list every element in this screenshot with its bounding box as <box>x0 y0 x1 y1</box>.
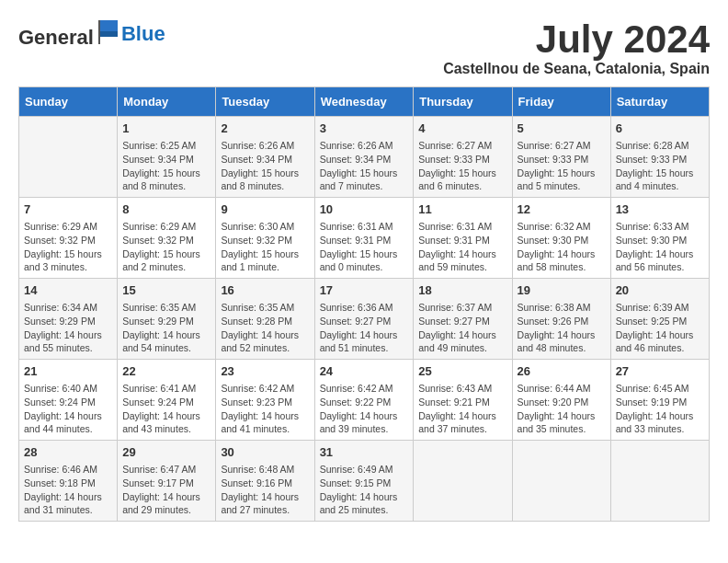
calendar-cell <box>610 440 709 521</box>
column-header-saturday: Saturday <box>610 87 709 117</box>
month-year-title: July 2024 <box>443 18 710 61</box>
cell-content: Sunrise: 6:37 AM Sunset: 9:27 PM Dayligh… <box>418 301 506 355</box>
calendar-cell: 12Sunrise: 6:32 AM Sunset: 9:30 PM Dayli… <box>512 198 610 279</box>
calendar-cell: 18Sunrise: 6:37 AM Sunset: 9:27 PM Dayli… <box>414 279 512 360</box>
calendar-table: SundayMondayTuesdayWednesdayThursdayFrid… <box>18 86 710 522</box>
calendar-week-row: 1Sunrise: 6:25 AM Sunset: 9:34 PM Daylig… <box>19 117 710 198</box>
calendar-cell: 23Sunrise: 6:42 AM Sunset: 9:23 PM Dayli… <box>216 360 314 441</box>
cell-content: Sunrise: 6:31 AM Sunset: 9:31 PM Dayligh… <box>418 220 506 274</box>
calendar-cell: 31Sunrise: 6:49 AM Sunset: 9:15 PM Dayli… <box>314 440 414 521</box>
cell-content: Sunrise: 6:26 AM Sunset: 9:34 PM Dayligh… <box>320 139 409 193</box>
calendar-cell: 9Sunrise: 6:30 AM Sunset: 9:32 PM Daylig… <box>216 198 314 279</box>
calendar-cell: 14Sunrise: 6:34 AM Sunset: 9:29 PM Dayli… <box>19 279 118 360</box>
logo-flag-icon <box>96 18 121 44</box>
cell-content: Sunrise: 6:29 AM Sunset: 9:32 PM Dayligh… <box>24 220 112 274</box>
day-number: 12 <box>518 201 606 218</box>
cell-content: Sunrise: 6:45 AM Sunset: 9:19 PM Dayligh… <box>616 382 704 436</box>
day-number: 5 <box>518 121 606 137</box>
cell-content: Sunrise: 6:32 AM Sunset: 9:30 PM Dayligh… <box>518 220 606 274</box>
cell-content: Sunrise: 6:29 AM Sunset: 9:32 PM Dayligh… <box>122 220 210 274</box>
day-number: 14 <box>24 282 112 299</box>
day-number: 31 <box>320 444 409 461</box>
day-number: 28 <box>24 444 112 461</box>
cell-content: Sunrise: 6:49 AM Sunset: 9:15 PM Dayligh… <box>320 463 409 517</box>
day-number: 6 <box>616 121 704 137</box>
column-header-thursday: Thursday <box>414 87 512 117</box>
calendar-cell: 25Sunrise: 6:43 AM Sunset: 9:21 PM Dayli… <box>414 360 512 441</box>
calendar-cell: 2Sunrise: 6:26 AM Sunset: 9:34 PM Daylig… <box>216 117 314 198</box>
day-number: 22 <box>122 363 210 380</box>
calendar-cell <box>19 117 118 198</box>
day-number: 3 <box>320 121 409 137</box>
title-block: July 2024 Castellnou de Seana, Catalonia… <box>443 18 710 77</box>
column-header-monday: Monday <box>118 87 216 117</box>
calendar-cell: 21Sunrise: 6:40 AM Sunset: 9:24 PM Dayli… <box>19 360 118 441</box>
cell-content: Sunrise: 6:33 AM Sunset: 9:30 PM Dayligh… <box>616 220 704 274</box>
calendar-cell: 15Sunrise: 6:35 AM Sunset: 9:29 PM Dayli… <box>118 279 216 360</box>
cell-content: Sunrise: 6:26 AM Sunset: 9:34 PM Dayligh… <box>221 139 309 193</box>
day-number: 23 <box>221 363 309 380</box>
logo-general: General <box>18 26 94 49</box>
day-number: 24 <box>320 363 409 380</box>
day-number: 27 <box>616 363 704 380</box>
cell-content: Sunrise: 6:46 AM Sunset: 9:18 PM Dayligh… <box>24 463 112 517</box>
day-number: 26 <box>518 363 606 380</box>
cell-content: Sunrise: 6:25 AM Sunset: 9:34 PM Dayligh… <box>122 139 210 193</box>
day-number: 30 <box>221 444 309 461</box>
cell-content: Sunrise: 6:34 AM Sunset: 9:29 PM Dayligh… <box>24 301 112 355</box>
calendar-week-row: 14Sunrise: 6:34 AM Sunset: 9:29 PM Dayli… <box>19 279 710 360</box>
calendar-cell: 30Sunrise: 6:48 AM Sunset: 9:16 PM Dayli… <box>216 440 314 521</box>
day-number: 1 <box>122 121 210 137</box>
calendar-week-row: 28Sunrise: 6:46 AM Sunset: 9:18 PM Dayli… <box>19 440 710 521</box>
cell-content: Sunrise: 6:48 AM Sunset: 9:16 PM Dayligh… <box>221 463 309 517</box>
calendar-cell: 20Sunrise: 6:39 AM Sunset: 9:25 PM Dayli… <box>610 279 709 360</box>
cell-content: Sunrise: 6:30 AM Sunset: 9:32 PM Dayligh… <box>221 220 309 274</box>
calendar-cell: 1Sunrise: 6:25 AM Sunset: 9:34 PM Daylig… <box>118 117 216 198</box>
calendar-cell: 4Sunrise: 6:27 AM Sunset: 9:33 PM Daylig… <box>414 117 512 198</box>
day-number: 7 <box>24 201 112 218</box>
page-header: General Blue July 2024 Castellnou de Sea… <box>18 18 710 77</box>
logo: General Blue <box>18 18 165 50</box>
location-subtitle: Castellnou de Seana, Catalonia, Spain <box>443 61 710 77</box>
calendar-cell: 13Sunrise: 6:33 AM Sunset: 9:30 PM Dayli… <box>610 198 709 279</box>
calendar-cell: 27Sunrise: 6:45 AM Sunset: 9:19 PM Dayli… <box>610 360 709 441</box>
day-number: 17 <box>320 282 409 299</box>
calendar-week-row: 7Sunrise: 6:29 AM Sunset: 9:32 PM Daylig… <box>19 198 710 279</box>
calendar-cell: 28Sunrise: 6:46 AM Sunset: 9:18 PM Dayli… <box>19 440 118 521</box>
svg-marker-0 <box>99 20 118 31</box>
cell-content: Sunrise: 6:36 AM Sunset: 9:27 PM Dayligh… <box>320 301 409 355</box>
day-number: 29 <box>122 444 210 461</box>
cell-content: Sunrise: 6:42 AM Sunset: 9:22 PM Dayligh… <box>320 382 409 436</box>
day-number: 16 <box>221 282 309 299</box>
calendar-cell: 19Sunrise: 6:38 AM Sunset: 9:26 PM Dayli… <box>512 279 610 360</box>
calendar-cell: 22Sunrise: 6:41 AM Sunset: 9:24 PM Dayli… <box>118 360 216 441</box>
day-number: 15 <box>122 282 210 299</box>
calendar-cell: 8Sunrise: 6:29 AM Sunset: 9:32 PM Daylig… <box>118 198 216 279</box>
cell-content: Sunrise: 6:44 AM Sunset: 9:20 PM Dayligh… <box>518 382 606 436</box>
cell-content: Sunrise: 6:28 AM Sunset: 9:33 PM Dayligh… <box>616 139 704 193</box>
day-number: 8 <box>122 201 210 218</box>
day-number: 20 <box>616 282 704 299</box>
calendar-cell: 24Sunrise: 6:42 AM Sunset: 9:22 PM Dayli… <box>314 360 414 441</box>
day-number: 10 <box>320 201 409 218</box>
calendar-cell <box>512 440 610 521</box>
calendar-cell: 10Sunrise: 6:31 AM Sunset: 9:31 PM Dayli… <box>314 198 414 279</box>
calendar-cell: 11Sunrise: 6:31 AM Sunset: 9:31 PM Dayli… <box>414 198 512 279</box>
cell-content: Sunrise: 6:27 AM Sunset: 9:33 PM Dayligh… <box>418 139 506 193</box>
day-number: 9 <box>221 201 309 218</box>
column-header-tuesday: Tuesday <box>216 87 314 117</box>
cell-content: Sunrise: 6:35 AM Sunset: 9:29 PM Dayligh… <box>122 301 210 355</box>
cell-content: Sunrise: 6:35 AM Sunset: 9:28 PM Dayligh… <box>221 301 309 355</box>
cell-content: Sunrise: 6:43 AM Sunset: 9:21 PM Dayligh… <box>418 382 506 436</box>
calendar-cell: 16Sunrise: 6:35 AM Sunset: 9:28 PM Dayli… <box>216 279 314 360</box>
calendar-cell: 29Sunrise: 6:47 AM Sunset: 9:17 PM Dayli… <box>118 440 216 521</box>
calendar-cell: 3Sunrise: 6:26 AM Sunset: 9:34 PM Daylig… <box>314 117 414 198</box>
calendar-cell: 6Sunrise: 6:28 AM Sunset: 9:33 PM Daylig… <box>610 117 709 198</box>
calendar-cell: 7Sunrise: 6:29 AM Sunset: 9:32 PM Daylig… <box>19 198 118 279</box>
calendar-cell: 17Sunrise: 6:36 AM Sunset: 9:27 PM Dayli… <box>314 279 414 360</box>
day-number: 25 <box>418 363 506 380</box>
logo-blue: Blue <box>121 22 165 46</box>
column-header-wednesday: Wednesday <box>314 87 414 117</box>
day-number: 21 <box>24 363 112 380</box>
cell-content: Sunrise: 6:27 AM Sunset: 9:33 PM Dayligh… <box>518 139 606 193</box>
